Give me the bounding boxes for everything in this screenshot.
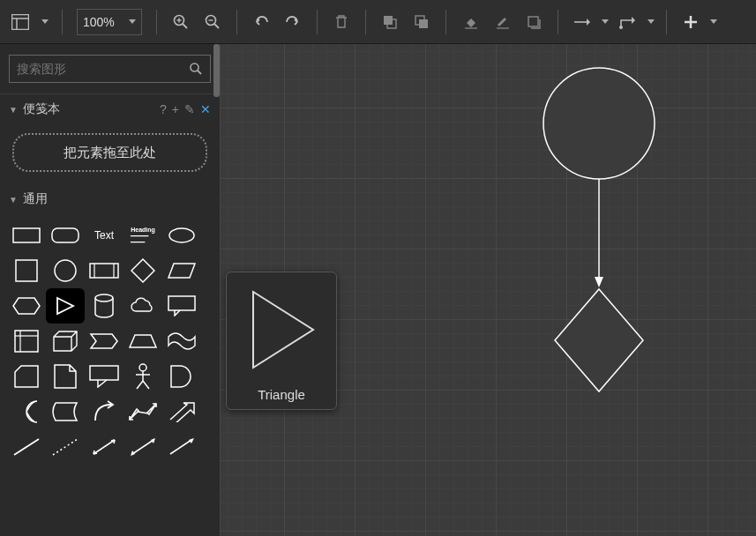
shape-biarrow-thin[interactable] bbox=[85, 429, 124, 465]
layout-dropdown[interactable] bbox=[37, 7, 53, 37]
delete-button[interactable] bbox=[326, 7, 356, 37]
shape-biarrow-line[interactable] bbox=[124, 429, 162, 465]
scratchpad-help[interactable]: ? bbox=[160, 102, 167, 116]
shape-callout-rect[interactable] bbox=[162, 288, 201, 324]
shape-callout[interactable] bbox=[85, 359, 124, 394]
scratchpad-close[interactable]: ✕ bbox=[200, 102, 211, 116]
to-front-button[interactable] bbox=[375, 7, 405, 37]
zoom-select[interactable]: 100% bbox=[77, 9, 142, 35]
waypoint-dropdown[interactable] bbox=[645, 7, 657, 37]
shape-preview-tooltip: Triangle bbox=[226, 272, 337, 410]
insert-button[interactable] bbox=[676, 7, 706, 37]
shape-rounded-rect[interactable] bbox=[46, 218, 85, 253]
canvas-arrowhead bbox=[595, 277, 603, 287]
insert-dropdown[interactable] bbox=[707, 7, 720, 37]
shape-ellipse[interactable] bbox=[162, 218, 201, 253]
svg-line-8 bbox=[214, 24, 219, 28]
zoom-in-button[interactable] bbox=[166, 7, 196, 37]
svg-rect-26 bbox=[16, 260, 37, 281]
shape-rect[interactable] bbox=[7, 218, 46, 253]
svg-point-18 bbox=[619, 26, 623, 29]
shape-cylinder[interactable] bbox=[85, 288, 124, 324]
shape-preview-label: Triangle bbox=[227, 378, 336, 409]
svg-line-40 bbox=[137, 381, 143, 389]
shape-heading[interactable]: Heading━━━━━━━━━ bbox=[124, 218, 162, 253]
shape-arrow-thick[interactable] bbox=[162, 394, 201, 429]
general-header[interactable]: ▼ 通用 bbox=[0, 184, 220, 214]
line-color-button[interactable] bbox=[487, 7, 517, 37]
svg-point-37 bbox=[139, 364, 146, 371]
canvas[interactable]: Triangle bbox=[221, 44, 756, 536]
fill-color-button[interactable] bbox=[455, 7, 485, 37]
triangle-preview-icon bbox=[237, 281, 326, 378]
shape-actor[interactable] bbox=[124, 359, 162, 394]
scratchpad-edit[interactable]: ✎ bbox=[184, 102, 195, 116]
general-title: 通用 bbox=[23, 191, 48, 207]
undo-button[interactable] bbox=[246, 7, 276, 37]
scratchpad-title: 便笺本 bbox=[23, 101, 60, 117]
svg-line-42 bbox=[14, 439, 39, 455]
shape-line-solid[interactable] bbox=[7, 429, 46, 465]
shape-parallelogram[interactable] bbox=[162, 253, 201, 288]
shape-curve-arrow[interactable] bbox=[85, 394, 124, 429]
shape-arrow-line[interactable] bbox=[162, 429, 201, 465]
zoom-out-button[interactable] bbox=[198, 7, 228, 37]
shape-process[interactable] bbox=[85, 253, 124, 288]
zoom-value: 100% bbox=[83, 15, 115, 29]
scratchpad-add[interactable]: + bbox=[172, 102, 179, 116]
svg-line-41 bbox=[143, 381, 149, 389]
shape-biarrow-thick[interactable] bbox=[124, 394, 162, 429]
shape-hexagon[interactable] bbox=[7, 288, 46, 324]
shape-internal-storage[interactable] bbox=[7, 324, 46, 359]
svg-rect-10 bbox=[384, 16, 393, 25]
shape-or[interactable] bbox=[7, 394, 46, 429]
svg-point-21 bbox=[191, 63, 198, 71]
shape-note[interactable] bbox=[46, 359, 85, 394]
layout-panel-button[interactable] bbox=[5, 7, 35, 37]
waypoint-style-button[interactable] bbox=[613, 7, 643, 37]
scratchpad-header[interactable]: ▼ 便笺本 ? + ✎ ✕ bbox=[0, 94, 220, 124]
svg-line-43 bbox=[53, 439, 78, 455]
shape-text[interactable]: Text bbox=[85, 218, 124, 253]
shape-data-storage[interactable] bbox=[46, 394, 85, 429]
shadow-button[interactable] bbox=[519, 7, 549, 37]
svg-rect-12 bbox=[419, 19, 428, 28]
svg-point-27 bbox=[55, 260, 76, 281]
shape-triangle[interactable] bbox=[46, 288, 85, 324]
shape-line-dotted[interactable] bbox=[46, 429, 85, 465]
redo-button[interactable] bbox=[278, 7, 308, 37]
svg-line-45 bbox=[132, 440, 153, 454]
sidebar: ▼ 便笺本 ? + ✎ ✕ 把元素拖至此处 ▼ 通用 Text Heading━… bbox=[0, 44, 221, 536]
chevron-down-icon bbox=[129, 19, 136, 24]
shape-card[interactable] bbox=[7, 359, 46, 394]
svg-rect-14 bbox=[465, 27, 477, 29]
search-icon bbox=[189, 62, 203, 76]
collapse-icon: ▼ bbox=[9, 105, 18, 115]
scratchpad-hint: 把元素拖至此处 bbox=[64, 145, 156, 161]
svg-rect-16 bbox=[528, 17, 538, 26]
svg-line-22 bbox=[198, 71, 201, 74]
canvas-diamond bbox=[555, 289, 643, 391]
connection-dropdown[interactable] bbox=[599, 7, 611, 37]
shape-trapezoid[interactable] bbox=[124, 324, 162, 359]
shape-circle[interactable] bbox=[46, 253, 85, 288]
svg-rect-32 bbox=[168, 296, 195, 310]
shape-tape[interactable] bbox=[162, 324, 201, 359]
svg-rect-0 bbox=[12, 14, 29, 29]
search-box[interactable] bbox=[9, 55, 211, 83]
sidebar-scrollbar[interactable] bbox=[213, 44, 220, 97]
top-toolbar: 100% bbox=[0, 0, 756, 44]
shape-cube[interactable] bbox=[46, 324, 85, 359]
shape-diamond[interactable] bbox=[124, 253, 162, 288]
svg-line-44 bbox=[94, 440, 115, 454]
shape-step[interactable] bbox=[85, 324, 124, 359]
shape-and[interactable] bbox=[162, 359, 201, 394]
search-input[interactable] bbox=[17, 62, 189, 76]
to-back-button[interactable] bbox=[407, 7, 437, 37]
shape-square[interactable] bbox=[7, 253, 46, 288]
svg-rect-36 bbox=[90, 366, 118, 380]
scratchpad-dropzone[interactable]: 把元素拖至此处 bbox=[12, 133, 207, 172]
svg-rect-24 bbox=[52, 228, 79, 242]
connection-style-button[interactable] bbox=[567, 7, 597, 37]
shape-cloud[interactable] bbox=[124, 288, 162, 324]
